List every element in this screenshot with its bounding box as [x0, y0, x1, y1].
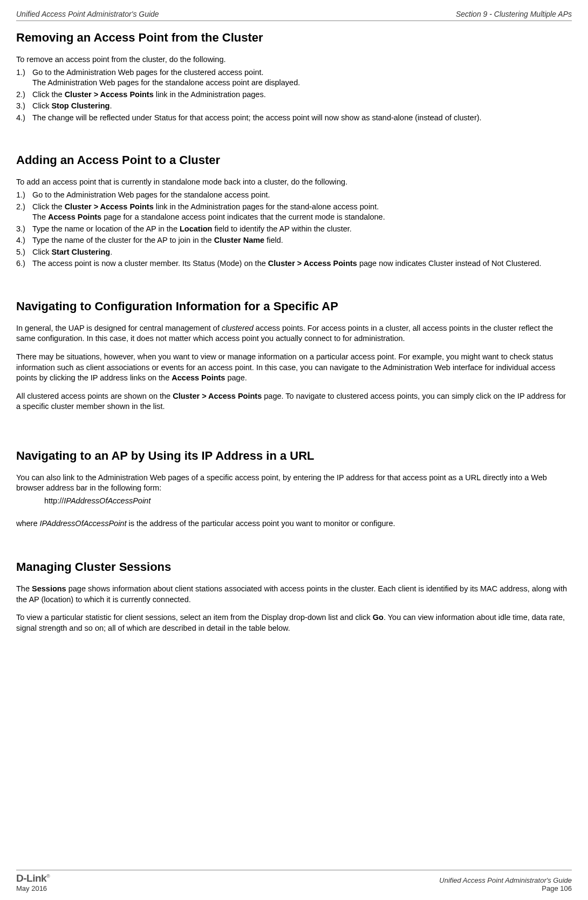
text: Click — [32, 248, 51, 256]
text-italic: IPAddressOfAccessPoint — [64, 496, 151, 505]
s5-p2: To view a particular statistic for clien… — [16, 612, 572, 633]
text: To view a particular statistic for clien… — [16, 613, 373, 622]
text: Type the name of the cluster for the AP … — [32, 236, 214, 244]
text: The — [32, 213, 48, 221]
footer-right: Unified Access Point Administrator's Gui… — [439, 876, 572, 892]
header-right: Section 9 - Clustering Multiple APs — [456, 10, 572, 18]
text-bold: Stop Clustering — [51, 101, 110, 110]
list-number: 2.) — [16, 90, 30, 100]
list-number: 3.) — [16, 101, 30, 112]
text-bold: Cluster Name — [214, 236, 264, 244]
text-bold: Cluster > Access Points — [173, 392, 262, 400]
text-italic: clustered — [222, 324, 254, 332]
list-number: 2.) — [16, 202, 30, 213]
text-bold: Cluster > Access Points — [65, 202, 154, 211]
text: http:// — [44, 496, 64, 505]
text: link in the Administration pages for the… — [154, 202, 379, 211]
text: is the address of the particular access … — [126, 519, 395, 528]
s1-list: 1.)Go to the Administration Web pages fo… — [16, 67, 572, 124]
page-footer: D-Link® May 2016 Unified Access Point Ad… — [16, 870, 572, 892]
text: In general, the UAP is designed for cent… — [16, 324, 222, 332]
header-left: Unified Access Point Administrator's Gui… — [16, 10, 159, 18]
text: Go to the Administration Web pages for t… — [32, 190, 270, 199]
document-page: Unified Access Point Administrator's Gui… — [0, 0, 588, 633]
text: field to identify the AP within the clus… — [212, 224, 351, 233]
text-bold: Cluster > Access Points — [65, 90, 154, 99]
text: page now indicates Cluster instead of No… — [357, 259, 542, 268]
list-number: 1.) — [16, 190, 30, 201]
logo-text: D-Link — [16, 872, 46, 884]
text: field. — [264, 236, 283, 244]
s5-p1: The Sessions page shows information abou… — [16, 584, 572, 605]
list-number: 4.) — [16, 235, 30, 246]
text-bold: Go — [373, 613, 384, 622]
s3-p2: There may be situations, however, when y… — [16, 352, 572, 384]
footer-page-number: Page 106 — [542, 884, 572, 892]
heading-adding-ap: Adding an Access Point to a Cluster — [16, 153, 572, 167]
s1-intro: To remove an access point from the clust… — [16, 54, 572, 65]
text: . — [110, 101, 112, 110]
registered-icon: ® — [46, 874, 50, 879]
heading-managing-sessions: Managing Cluster Sessions — [16, 560, 572, 574]
s2-item-4: 4.)Type the name of the cluster for the … — [30, 235, 572, 246]
heading-removing-ap: Removing an Access Point from the Cluste… — [16, 31, 572, 45]
text: Go to the Administration Web pages for t… — [32, 68, 264, 77]
footer-date: May 2016 — [16, 884, 47, 892]
text: link in the Administration pages. — [154, 90, 266, 99]
footer-rule — [16, 870, 572, 870]
text-bold: Sessions — [32, 584, 66, 593]
text: page. — [225, 373, 247, 382]
s1-item-3: 3.)Click Stop Clustering. — [30, 101, 572, 112]
footer-title: Unified Access Point Administrator's Gui… — [439, 876, 572, 884]
brand-logo: D-Link® — [16, 872, 50, 884]
s2-intro: To add an access point that is currently… — [16, 177, 572, 188]
text: All clustered access points are shown on… — [16, 392, 173, 400]
s2-item-2: 2.)Click the Cluster > Access Points lin… — [30, 202, 572, 223]
list-number: 6.) — [16, 258, 30, 269]
text: The — [16, 584, 32, 593]
page-top-header: Unified Access Point Administrator's Gui… — [16, 10, 572, 18]
text-bold: Cluster > Access Points — [268, 259, 357, 268]
text: Type the name or location of the AP in t… — [32, 224, 180, 233]
text-bold: Access Points — [48, 213, 101, 221]
text: Click the — [32, 202, 65, 211]
s3-p1: In general, the UAP is designed for cent… — [16, 323, 572, 344]
text: The access point is now a cluster member… — [32, 259, 268, 268]
text-bold: Location — [180, 224, 212, 233]
footer-row: D-Link® May 2016 Unified Access Point Ad… — [16, 872, 572, 892]
text-bold: Start Clustering — [51, 248, 110, 256]
s2-list: 1.)Go to the Administration Web pages fo… — [16, 190, 572, 269]
list-number: 3.) — [16, 224, 30, 235]
list-number: 5.) — [16, 247, 30, 258]
text: The change will be reflected under Statu… — [32, 113, 482, 122]
text: The Administration Web pages for the sta… — [32, 78, 300, 87]
list-number: 1.) — [16, 67, 30, 78]
text: Click — [32, 101, 51, 110]
text: where — [16, 519, 40, 528]
s2-item-1: 1.)Go to the Administration Web pages fo… — [30, 190, 572, 201]
s2-item-5: 5.)Click Start Clustering. — [30, 247, 572, 258]
s4-p1: You can also link to the Administration … — [16, 473, 572, 494]
heading-navigating-ip: Navigating to an AP by Using its IP Addr… — [16, 449, 572, 463]
text: page shows information about client stat… — [16, 584, 567, 604]
s1-item-4: 4.)The change will be reflected under St… — [30, 113, 572, 124]
text: page for a standalone access point indic… — [101, 213, 385, 221]
s2-item-6: 6.)The access point is now a cluster mem… — [30, 258, 572, 269]
heading-navigating-config: Navigating to Configuration Information … — [16, 299, 572, 313]
header-rule — [16, 21, 572, 21]
text: Click the — [32, 90, 65, 99]
s1-item-2: 2.)Click the Cluster > Access Points lin… — [30, 90, 572, 100]
s3-p3: All clustered access points are shown on… — [16, 391, 572, 412]
s4-url: http://IPAddressOfAccessPoint — [44, 496, 572, 507]
text: There may be situations, however, when y… — [16, 352, 555, 382]
s1-item-1: 1.)Go to the Administration Web pages fo… — [30, 67, 572, 88]
text: . — [110, 248, 112, 256]
list-number: 4.) — [16, 113, 30, 124]
text-bold: Access Points — [172, 373, 225, 382]
s2-item-3: 3.)Type the name or location of the AP i… — [30, 224, 572, 235]
text-italic: IPAddressOfAccessPoint — [40, 519, 127, 528]
footer-left: D-Link® May 2016 — [16, 872, 50, 892]
s4-p2: where IPAddressOfAccessPoint is the addr… — [16, 519, 572, 529]
